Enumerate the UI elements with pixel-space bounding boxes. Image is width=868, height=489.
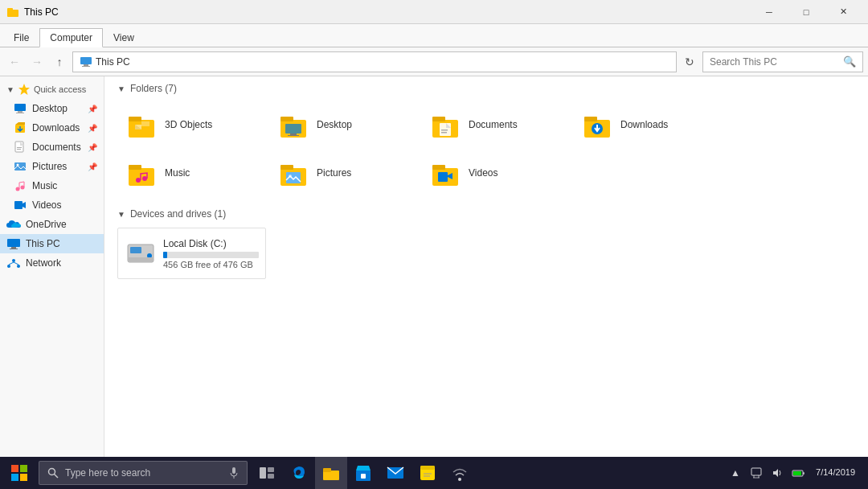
edge-button[interactable] xyxy=(283,457,315,489)
content-area: ▼ Folders (7) 3D Objects xyxy=(104,76,868,466)
pin-icon-doc: 📌 xyxy=(88,143,97,152)
folder-videos[interactable]: Videos xyxy=(421,150,570,195)
folder-downloads-name: Downloads xyxy=(620,119,668,130)
stickynotes-button[interactable] xyxy=(411,457,444,489)
mail-button[interactable] xyxy=(379,457,411,489)
music-sidebar-icon xyxy=(13,179,27,193)
sidebar-music-label: Music xyxy=(32,180,57,191)
quick-access-header[interactable]: ▼ Quick access xyxy=(0,80,104,99)
refresh-button[interactable]: ↻ xyxy=(680,52,699,72)
svg-rect-35 xyxy=(288,135,299,136)
folder-downloads[interactable]: Downloads xyxy=(573,102,722,147)
svg-line-68 xyxy=(55,475,59,479)
svg-rect-84 xyxy=(751,468,761,475)
search-input[interactable] xyxy=(710,56,838,68)
sidebar-desktop-label: Desktop xyxy=(32,103,68,114)
svg-rect-53 xyxy=(432,165,445,170)
pictures-folder-icon xyxy=(276,156,310,190)
up-button[interactable]: ↑ xyxy=(50,52,69,72)
system-clock[interactable]: 7/14/2019 xyxy=(809,466,862,479)
drive-localc[interactable]: Local Disk (C:) 456 GB free of 476 GB xyxy=(117,228,266,279)
folder-music[interactable]: Music xyxy=(117,150,266,195)
svg-rect-33 xyxy=(285,124,301,134)
sidebar-thispc-label: This PC xyxy=(26,238,60,249)
svg-rect-72 xyxy=(268,467,274,472)
tab-view[interactable]: View xyxy=(103,28,145,47)
back-button[interactable]: ← xyxy=(5,52,24,72)
search-icon[interactable]: 🔍 xyxy=(843,55,856,68)
main-area: ▼ Quick access Desktop 📌 Downloads 📌 xyxy=(0,76,868,466)
network-status-button[interactable] xyxy=(444,457,476,489)
taskbar-search-icon xyxy=(47,467,59,479)
tab-computer[interactable]: Computer xyxy=(39,28,103,47)
svg-rect-42 xyxy=(584,117,597,121)
svg-rect-6 xyxy=(14,104,26,111)
taskbar-search[interactable]: Type here to search xyxy=(39,461,248,485)
start-button[interactable] xyxy=(3,457,35,489)
address-bar[interactable]: This PC xyxy=(72,51,677,72)
sidebar-item-pictures[interactable]: Pictures 📌 xyxy=(0,157,104,176)
sidebar-network-label: Network xyxy=(26,257,61,269)
svg-rect-20 xyxy=(10,249,18,249)
sidebar-item-network[interactable]: Network xyxy=(0,253,104,273)
folder-music-name: Music xyxy=(165,167,190,179)
sidebar-item-downloads[interactable]: Downloads 📌 xyxy=(0,118,104,138)
sidebar-item-desktop[interactable]: Desktop 📌 xyxy=(0,99,104,118)
folder-3dobjects[interactable]: 3D Objects xyxy=(117,102,266,147)
tab-file[interactable]: File xyxy=(3,28,39,47)
tray-network-icon[interactable] xyxy=(747,463,766,483)
svg-point-22 xyxy=(7,265,10,268)
title-text: This PC xyxy=(24,6,59,18)
videos-sidebar-icon xyxy=(13,198,27,212)
svg-rect-13 xyxy=(14,162,26,171)
folders-chevron: ▼ xyxy=(117,84,125,93)
drives-grid: Local Disk (C:) 456 GB free of 476 GB xyxy=(117,228,855,279)
folder-videos-name: Videos xyxy=(469,167,497,179)
drive-progress-fill xyxy=(163,252,167,258)
tray-expand-button[interactable]: ▲ xyxy=(726,463,745,483)
desktop-icon xyxy=(13,101,27,116)
store-button[interactable] xyxy=(347,457,379,489)
drive-progress-bar xyxy=(163,252,259,258)
mic-icon xyxy=(229,466,239,479)
forward-button[interactable]: → xyxy=(27,52,47,72)
devices-section-header[interactable]: ▼ Devices and drives (1) xyxy=(117,208,855,220)
svg-rect-2 xyxy=(80,57,92,64)
nav-bar: ← → ↑ This PC ↻ 🔍 xyxy=(0,47,868,76)
explorer-button[interactable] xyxy=(315,457,347,489)
title-bar: This PC ─ □ ✕ xyxy=(0,0,868,24)
sidebar-item-thispc[interactable]: This PC xyxy=(0,234,104,253)
sidebar-item-videos[interactable]: Videos xyxy=(0,195,104,215)
svg-rect-80 xyxy=(420,466,435,470)
tray-volume-icon[interactable] xyxy=(768,463,787,483)
svg-point-47 xyxy=(142,176,147,181)
folder-desktop-name: Desktop xyxy=(317,119,352,130)
thispc-icon xyxy=(6,236,21,251)
documents-sidebar-icon xyxy=(13,140,27,154)
search-bar[interactable]: 🔍 xyxy=(702,51,863,72)
close-button[interactable]: ✕ xyxy=(825,0,862,24)
svg-rect-12 xyxy=(17,149,21,150)
svg-rect-73 xyxy=(268,474,274,479)
svg-rect-3 xyxy=(84,64,88,66)
svg-rect-45 xyxy=(129,165,141,170)
svg-rect-69 xyxy=(232,467,235,474)
taskview-button[interactable] xyxy=(251,457,283,489)
videos-folder-icon xyxy=(428,156,462,190)
folder-pictures[interactable]: Pictures xyxy=(269,150,418,195)
svg-point-83 xyxy=(458,478,461,481)
svg-rect-17 xyxy=(14,201,23,209)
sidebar-item-documents[interactable]: Documents 📌 xyxy=(0,138,104,157)
sidebar-item-onedrive[interactable]: OneDrive xyxy=(0,215,104,234)
svg-line-24 xyxy=(9,262,14,265)
folder-desktop[interactable]: Desktop xyxy=(269,102,418,147)
address-text: This PC xyxy=(96,56,130,68)
sidebar-item-music[interactable]: Music xyxy=(0,176,104,195)
window-folder-icon xyxy=(6,6,19,18)
tray-battery-icon[interactable] xyxy=(788,463,808,483)
maximize-button[interactable]: □ xyxy=(788,0,825,24)
folder-documents[interactable]: Documents xyxy=(421,102,570,147)
folders-section-header[interactable]: ▼ Folders (7) xyxy=(117,83,855,94)
store-icon xyxy=(354,464,372,482)
minimize-button[interactable]: ─ xyxy=(751,0,788,24)
